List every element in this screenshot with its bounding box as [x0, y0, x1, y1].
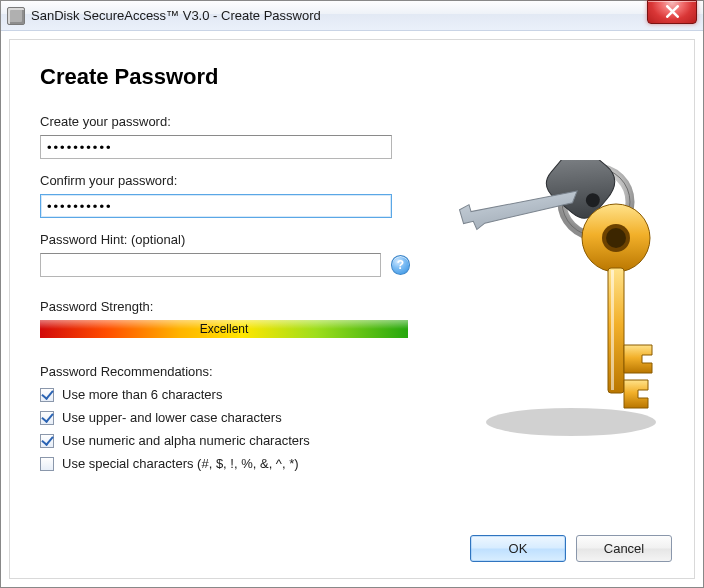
content-panel: Create Password Create your password: Co…: [9, 39, 695, 579]
strength-label: Password Strength:: [40, 299, 410, 314]
button-row: OK Cancel: [470, 535, 672, 562]
recommendation-item: Use more than 6 characters: [40, 387, 410, 402]
recommendations-title: Password Recommendations:: [40, 364, 410, 379]
cancel-button-label: Cancel: [604, 541, 644, 556]
create-password-label: Create your password:: [40, 114, 410, 129]
recommendation-checkbox[interactable]: [40, 411, 54, 425]
recommendation-item: Use upper- and lower case characters: [40, 410, 410, 425]
create-password-block: Create your password:: [40, 114, 410, 159]
window-title: SanDisk SecureAccess™ V3.0 - Create Pass…: [31, 8, 647, 23]
close-button[interactable]: [647, 0, 697, 24]
window: SanDisk SecureAccess™ V3.0 - Create Pass…: [0, 0, 704, 588]
recommendation-checkbox[interactable]: [40, 388, 54, 402]
hint-label: Password Hint: (optional): [40, 232, 410, 247]
confirm-password-block: Confirm your password:: [40, 173, 410, 218]
app-icon: [7, 7, 25, 25]
recommendation-item: Use numeric and alpha numeric characters: [40, 433, 410, 448]
help-icon[interactable]: ?: [391, 255, 410, 275]
strength-bar: Excellent: [40, 320, 408, 338]
svg-point-7: [606, 228, 626, 248]
recommendation-label: Use numeric and alpha numeric characters: [62, 433, 310, 448]
recommendation-label: Use upper- and lower case characters: [62, 410, 282, 425]
recommendation-label: Use special characters (#, $, !, %, &, ^…: [62, 456, 299, 471]
strength-value: Excellent: [200, 322, 249, 336]
recommendation-checkbox[interactable]: [40, 434, 54, 448]
svg-rect-9: [611, 270, 614, 390]
page-title: Create Password: [40, 64, 672, 90]
create-password-input[interactable]: [40, 135, 392, 159]
ok-button[interactable]: OK: [470, 535, 566, 562]
cancel-button[interactable]: Cancel: [576, 535, 672, 562]
svg-rect-8: [608, 268, 624, 393]
keys-icon: [446, 160, 676, 440]
confirm-password-label: Confirm your password:: [40, 173, 410, 188]
titlebar: SanDisk SecureAccess™ V3.0 - Create Pass…: [1, 1, 703, 31]
recommendation-label: Use more than 6 characters: [62, 387, 222, 402]
recommendation-item: Use special characters (#, $, !, %, &, ^…: [40, 456, 410, 471]
svg-point-0: [486, 408, 656, 436]
hint-input[interactable]: [40, 253, 381, 277]
hint-block: Password Hint: (optional) ?: [40, 232, 410, 277]
confirm-password-input[interactable]: [40, 194, 392, 218]
form-column: Create your password: Confirm your passw…: [40, 114, 410, 471]
close-icon: [666, 5, 679, 18]
ok-button-label: OK: [509, 541, 528, 556]
recommendation-checkbox[interactable]: [40, 457, 54, 471]
